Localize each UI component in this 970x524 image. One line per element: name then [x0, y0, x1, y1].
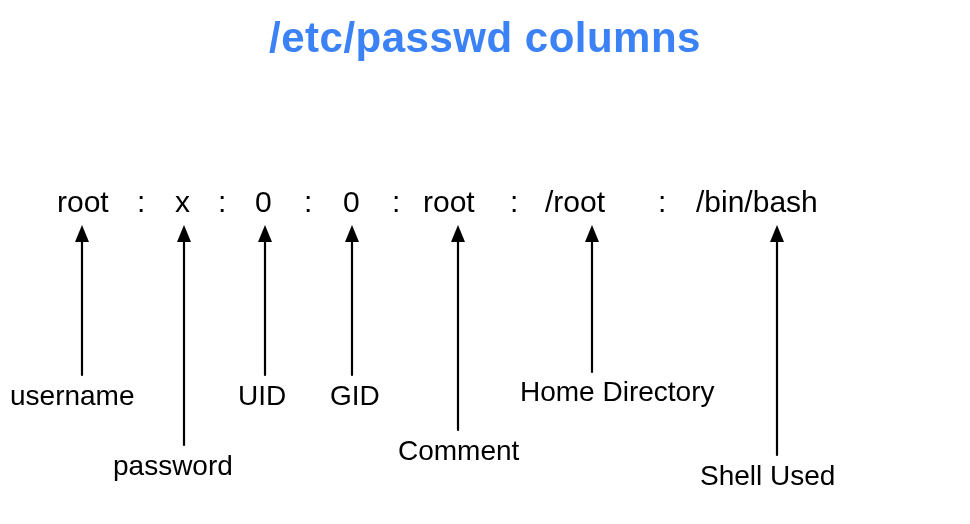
field-username: root — [57, 185, 109, 219]
field-uid: 0 — [255, 185, 272, 219]
separator-3: : — [304, 185, 312, 219]
label-password: password — [113, 450, 233, 482]
separator-4: : — [392, 185, 400, 219]
svg-marker-5 — [258, 225, 272, 242]
svg-marker-9 — [451, 225, 465, 242]
separator-2: : — [218, 185, 226, 219]
svg-marker-7 — [345, 225, 359, 242]
field-homedir: /root — [545, 185, 605, 219]
label-uid: UID — [238, 380, 286, 412]
svg-marker-13 — [770, 225, 784, 242]
field-gid: 0 — [343, 185, 360, 219]
separator-5: : — [510, 185, 518, 219]
svg-marker-1 — [75, 225, 89, 242]
svg-marker-3 — [177, 225, 191, 242]
diagram-title: /etc/passwd columns — [0, 14, 970, 62]
field-comment: root — [423, 185, 475, 219]
svg-marker-11 — [585, 225, 599, 242]
field-password: x — [175, 185, 190, 219]
label-username: username — [10, 380, 135, 412]
label-shell: Shell Used — [700, 460, 835, 492]
separator-6: : — [658, 185, 666, 219]
label-gid: GID — [330, 380, 380, 412]
label-homedir: Home Directory — [520, 376, 714, 408]
field-shell: /bin/bash — [696, 185, 818, 219]
separator-1: : — [137, 185, 145, 219]
label-comment: Comment — [398, 435, 519, 467]
